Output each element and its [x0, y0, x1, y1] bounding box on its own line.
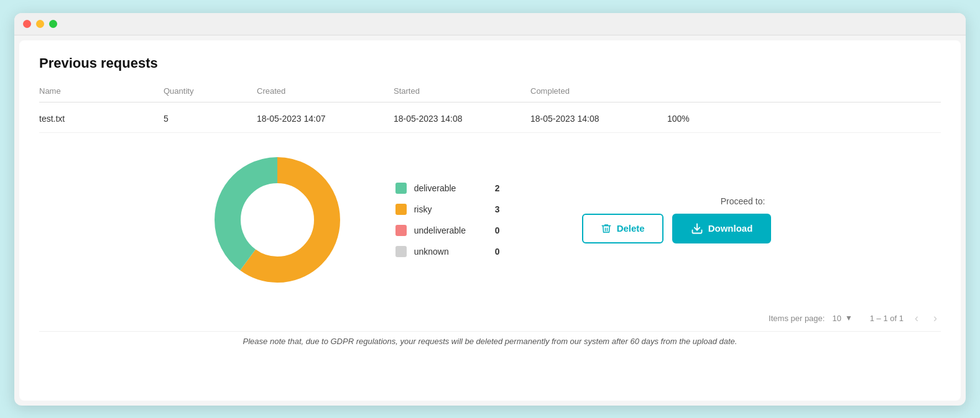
cell-completed: 18-05-2023 14:08	[530, 114, 667, 124]
risky-label: risky	[414, 204, 488, 214]
table-row: test.txt 5 18-05-2023 14:07 18-05-2023 1…	[39, 105, 941, 133]
legend-risky: risky 3	[395, 204, 507, 215]
donut-chart	[209, 152, 346, 288]
next-page-button[interactable]: ›	[930, 311, 941, 326]
col-created: Created	[257, 86, 394, 96]
legend-undeliverable: undeliverable 0	[395, 225, 507, 236]
buttons-row: Delete Download	[582, 214, 772, 243]
legend-unknown: unknown 0	[395, 246, 507, 257]
cell-percent: 100%	[667, 114, 742, 124]
undeliverable-color	[395, 225, 407, 236]
donut-hole	[243, 185, 312, 255]
table-header: Name Quantity Created Started Completed	[39, 86, 941, 102]
download-button[interactable]: Download	[672, 214, 772, 243]
delete-button[interactable]: Delete	[582, 214, 663, 243]
col-quantity: Quantity	[164, 86, 257, 96]
download-icon	[691, 222, 703, 235]
cell-created: 18-05-2023 14:07	[257, 114, 394, 124]
items-per-page-label: Items per page:	[769, 314, 825, 323]
chart-section: deliverable 2 risky 3 undeliverable 0 un…	[39, 133, 941, 301]
delete-label: Delete	[617, 223, 645, 234]
trash-icon	[601, 223, 612, 234]
col-percent	[667, 86, 742, 96]
risky-color	[395, 204, 407, 215]
proceed-label: Proceed to:	[721, 196, 765, 206]
cell-quantity: 5	[164, 114, 257, 124]
items-per-page-value: 10	[832, 314, 841, 323]
maximize-button[interactable]	[49, 20, 57, 28]
minimize-button[interactable]	[36, 20, 44, 28]
col-completed: Completed	[530, 86, 667, 96]
page-info: 1 – 1 of 1	[870, 314, 904, 323]
close-button[interactable]	[23, 20, 31, 28]
col-started: Started	[394, 86, 530, 96]
download-label: Download	[708, 223, 753, 234]
legend-deliverable: deliverable 2	[395, 183, 507, 194]
unknown-value: 0	[495, 247, 507, 257]
chevron-down-icon[interactable]: ▼	[845, 314, 853, 322]
main-window: Previous requests Name Quantity Created …	[14, 13, 966, 406]
deliverable-label: deliverable	[414, 183, 488, 193]
donut-svg	[209, 152, 346, 288]
actions-section: Proceed to: Delete	[582, 196, 772, 243]
unknown-color	[395, 246, 407, 257]
pagination-select[interactable]: 10 ▼	[832, 314, 852, 323]
cell-started: 18-05-2023 14:08	[394, 114, 530, 124]
risky-value: 3	[495, 204, 507, 214]
titlebar	[14, 13, 966, 35]
prev-page-button[interactable]: ‹	[911, 311, 922, 326]
unknown-label: unknown	[414, 247, 488, 257]
footer-note-text: Please note that, due to GDPR regulation…	[243, 337, 737, 346]
pagination-bar: Items per page: 10 ▼ 1 – 1 of 1 ‹ ›	[39, 301, 941, 331]
undeliverable-label: undeliverable	[414, 225, 488, 235]
footer-note: Please note that, due to GDPR regulation…	[39, 331, 941, 346]
chart-legend: deliverable 2 risky 3 undeliverable 0 un…	[395, 183, 507, 257]
deliverable-value: 2	[495, 183, 507, 193]
page-title: Previous requests	[39, 55, 941, 71]
cell-name: test.txt	[39, 114, 164, 124]
deliverable-color	[395, 183, 407, 194]
page-content: Previous requests Name Quantity Created …	[19, 40, 961, 401]
undeliverable-value: 0	[495, 225, 507, 235]
col-name: Name	[39, 86, 164, 96]
